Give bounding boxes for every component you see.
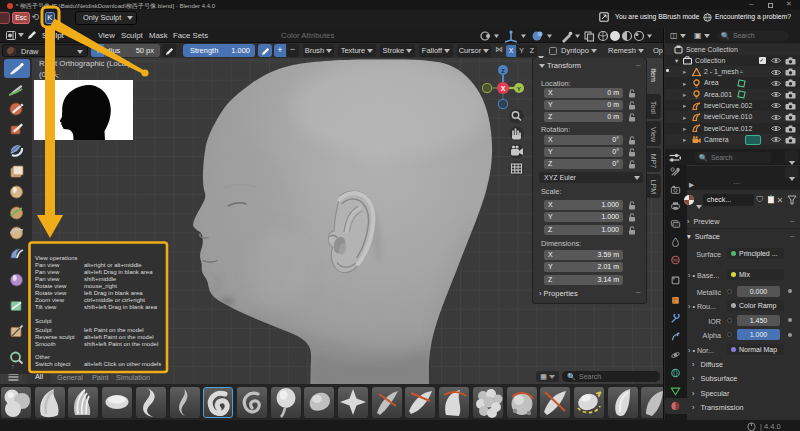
svg-text:Y: Y	[517, 86, 521, 92]
svg-text:X: X	[501, 85, 506, 92]
svg-text:Z: Z	[501, 68, 505, 74]
